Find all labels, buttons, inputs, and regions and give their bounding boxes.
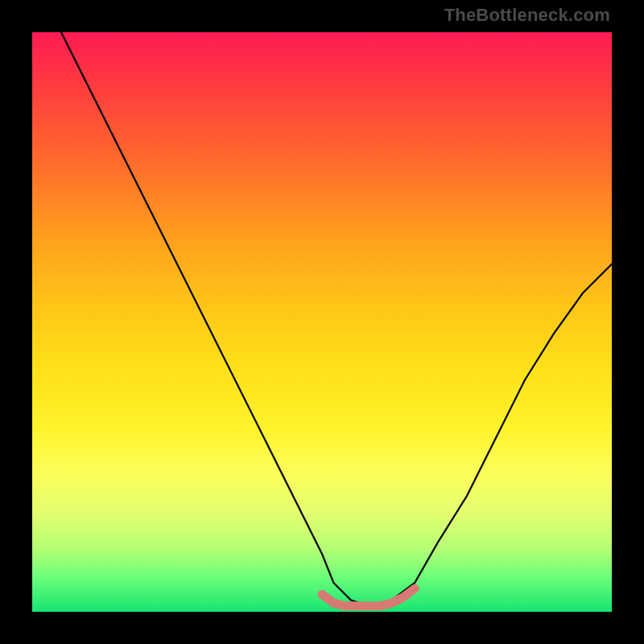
chart-gradient-area xyxy=(32,32,612,612)
chart-svg xyxy=(32,32,612,612)
zero-band xyxy=(322,588,415,606)
watermark-label: TheBottleneck.com xyxy=(444,5,610,26)
bottleneck-curve xyxy=(61,32,612,606)
chart-frame: TheBottleneck.com xyxy=(0,0,644,644)
